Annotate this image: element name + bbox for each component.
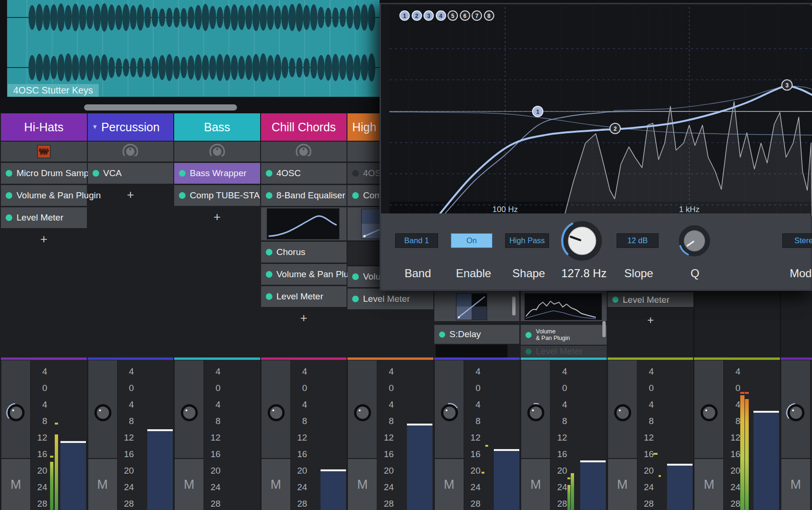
plugin-enabled-dot[interactable] bbox=[179, 170, 186, 177]
plugin-enabled-dot[interactable] bbox=[6, 170, 12, 177]
shape-button[interactable]: High Pass bbox=[505, 233, 549, 248]
add-plugin-button[interactable]: + bbox=[261, 308, 347, 327]
plugin-slot[interactable]: Volume& Pan Plugin bbox=[521, 325, 607, 345]
plugin-enabled-dot[interactable] bbox=[266, 192, 272, 199]
mute-button[interactable]: M bbox=[694, 459, 723, 510]
plugin-slot[interactable]: VCA bbox=[88, 163, 174, 184]
add-plugin-button[interactable]: + bbox=[608, 312, 694, 329]
volume-fader[interactable] bbox=[494, 449, 519, 510]
collapse-arrow-icon[interactable]: ▼ bbox=[92, 123, 98, 130]
plugin-slot[interactable]: Volume & Pan Plugin bbox=[261, 264, 347, 285]
spectrum-preview-slot[interactable] bbox=[521, 290, 607, 321]
plugin-enabled-dot[interactable] bbox=[93, 170, 99, 177]
pan-knob[interactable] bbox=[352, 402, 373, 425]
plugin-slot[interactable]: S:Delay bbox=[434, 325, 519, 344]
pan-knob[interactable] bbox=[785, 402, 807, 425]
volume-fader[interactable] bbox=[580, 460, 606, 510]
add-plugin-button[interactable]: + bbox=[1, 230, 87, 248]
plugin-slot[interactable]: Comp TUBE-STA bbox=[174, 185, 260, 206]
plugin-slot-faded[interactable]: Level Meter bbox=[521, 346, 607, 357]
mute-button[interactable]: M bbox=[521, 459, 550, 510]
comp-preview-slot[interactable] bbox=[434, 290, 519, 321]
volume-fader[interactable] bbox=[147, 429, 173, 510]
plugin-enabled-dot[interactable] bbox=[352, 296, 359, 302]
plugin-enabled-dot[interactable] bbox=[266, 293, 272, 300]
plugin-slot[interactable]: Volume & Pan Plugin bbox=[1, 185, 87, 206]
plugin-enabled-dot[interactable] bbox=[266, 170, 272, 177]
plugin-slot[interactable]: Chorus bbox=[261, 242, 347, 263]
plugin-slot[interactable]: Bass Wrapper bbox=[174, 163, 260, 184]
plugin-slot[interactable]: Level Meter bbox=[347, 289, 433, 309]
band-chip-5[interactable]: 5 bbox=[448, 10, 458, 21]
track-header[interactable]: Hi-Hats bbox=[1, 113, 87, 141]
track-header[interactable]: Bass bbox=[174, 113, 260, 141]
mute-button[interactable]: M bbox=[608, 459, 637, 510]
track-io-row[interactable] bbox=[1, 142, 87, 162]
scrollbar-thumb[interactable] bbox=[84, 104, 237, 110]
band-chip-3[interactable]: 3 bbox=[423, 10, 434, 21]
plugin-enabled-dot[interactable] bbox=[179, 192, 186, 199]
pan-knob[interactable] bbox=[5, 402, 27, 425]
selected-plugin-slot[interactable] bbox=[436, 345, 507, 357]
svg-text:2: 2 bbox=[614, 126, 617, 132]
mute-button[interactable]: M bbox=[88, 459, 117, 510]
band-chip-8[interactable]: 8 bbox=[484, 10, 494, 21]
volume-fader[interactable] bbox=[60, 441, 86, 510]
plugin-enabled-dot[interactable] bbox=[6, 214, 12, 221]
pan-knob[interactable] bbox=[439, 402, 460, 425]
plugin-enabled-dot[interactable] bbox=[352, 192, 359, 199]
volume-fader[interactable] bbox=[321, 469, 346, 510]
db-scale-label: 24 bbox=[378, 482, 394, 493]
plugin-enabled-dot[interactable] bbox=[6, 192, 12, 199]
volume-fader[interactable] bbox=[753, 411, 779, 510]
enable-button[interactable]: On bbox=[451, 233, 492, 248]
plugin-slot[interactable]: Level Meter bbox=[1, 207, 87, 228]
mute-button[interactable]: M bbox=[435, 459, 464, 510]
volume-fader[interactable] bbox=[667, 464, 693, 510]
plugin-slot[interactable]: Micro Drum Sampler bbox=[1, 163, 87, 184]
band-chip-1[interactable]: 1 bbox=[399, 10, 410, 21]
q-knob[interactable] bbox=[675, 221, 714, 263]
mute-button[interactable]: M bbox=[262, 459, 290, 510]
pan-knob[interactable] bbox=[178, 402, 200, 425]
audio-clip[interactable]: 4OSC Stutter Keys bbox=[0, 0, 380, 97]
add-plugin-button[interactable]: + bbox=[88, 185, 174, 204]
pan-knob[interactable] bbox=[612, 402, 634, 425]
band-chip-4[interactable]: 4 bbox=[436, 10, 446, 21]
pan-knob[interactable] bbox=[698, 402, 720, 425]
track-io-row[interactable] bbox=[88, 142, 174, 162]
band-select-button[interactable]: Band 1 bbox=[395, 233, 438, 248]
plugin-enabled-dot[interactable] bbox=[266, 249, 272, 255]
add-plugin-button[interactable]: + bbox=[174, 207, 260, 226]
track-header[interactable]: Chill Chords bbox=[261, 113, 347, 141]
pan-knob[interactable] bbox=[265, 402, 287, 425]
mute-button[interactable]: M bbox=[1, 459, 30, 510]
pan-knob[interactable] bbox=[525, 402, 547, 425]
band-chip-7[interactable]: 7 bbox=[472, 10, 482, 21]
plugin-slot[interactable]: 8-Band Equaliser bbox=[261, 185, 347, 206]
track-io-row[interactable] bbox=[174, 142, 260, 162]
eq-preview-slot[interactable] bbox=[261, 207, 347, 240]
pan-knob[interactable] bbox=[92, 402, 114, 425]
volume-fader[interactable] bbox=[407, 424, 432, 510]
plugin-disabled-dot[interactable] bbox=[352, 170, 359, 177]
plugin-enabled-dot[interactable] bbox=[266, 271, 272, 278]
mute-button[interactable]: M bbox=[781, 459, 810, 510]
track-header[interactable]: ▼Percussion bbox=[88, 113, 174, 141]
eq-graph[interactable]: 123 12345678 100 Hz 1 kHz bbox=[389, 6, 812, 216]
plugin-enabled-dot[interactable] bbox=[352, 273, 359, 280]
mode-button[interactable]: Stereo bbox=[782, 233, 812, 248]
rack-vertical-scrollbar[interactable] bbox=[512, 297, 516, 315]
mute-button[interactable]: M bbox=[175, 459, 203, 510]
plugin-slot[interactable]: Level Meter bbox=[608, 292, 694, 307]
band-chip-6[interactable]: 6 bbox=[460, 10, 470, 21]
slope-button[interactable]: 12 dB bbox=[617, 233, 659, 248]
plugin-slot[interactable]: Level Meter bbox=[261, 286, 347, 307]
track-io-row[interactable] bbox=[261, 142, 347, 162]
plugin-slot[interactable]: 4OSC bbox=[261, 163, 347, 184]
frequency-knob[interactable] bbox=[558, 217, 606, 266]
mute-button[interactable]: M bbox=[348, 459, 377, 510]
band-chip-2[interactable]: 2 bbox=[412, 10, 422, 21]
rack-vertical-scrollbar[interactable] bbox=[602, 321, 606, 337]
meter-peak-tick bbox=[740, 392, 744, 394]
